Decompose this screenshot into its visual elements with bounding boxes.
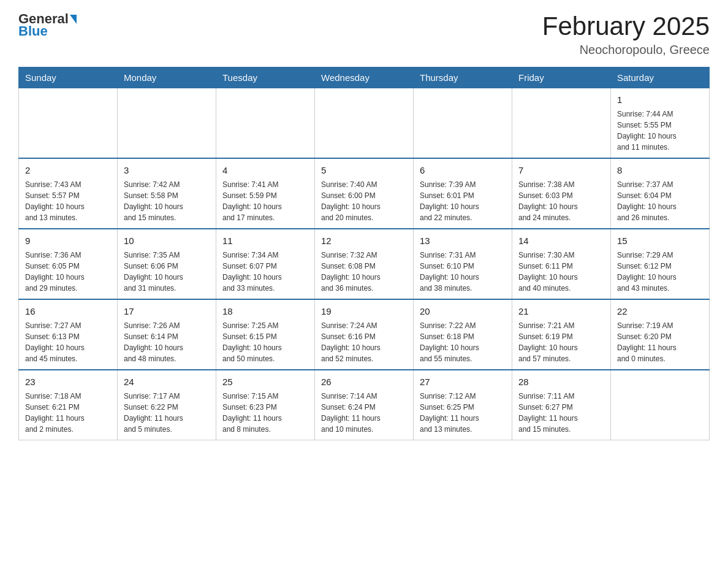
logo: General Blue — [18, 12, 77, 38]
day-info: Sunrise: 7:35 AM Sunset: 6:06 PM Dayligh… — [124, 250, 210, 294]
calendar-cell: 3Sunrise: 7:42 AM Sunset: 5:58 PM Daylig… — [118, 158, 216, 229]
day-number: 11 — [222, 234, 308, 247]
calendar-cell: 18Sunrise: 7:25 AM Sunset: 6:15 PM Dayli… — [216, 299, 315, 370]
calendar-cell: 17Sunrise: 7:26 AM Sunset: 6:14 PM Dayli… — [118, 299, 216, 370]
calendar-cell: 22Sunrise: 7:19 AM Sunset: 6:20 PM Dayli… — [611, 299, 710, 370]
calendar-cell — [118, 88, 216, 159]
day-info: Sunrise: 7:27 AM Sunset: 6:13 PM Dayligh… — [25, 320, 111, 364]
day-info: Sunrise: 7:26 AM Sunset: 6:14 PM Dayligh… — [124, 320, 210, 364]
day-info: Sunrise: 7:18 AM Sunset: 6:21 PM Dayligh… — [25, 391, 111, 435]
calendar-cell: 25Sunrise: 7:15 AM Sunset: 6:23 PM Dayli… — [216, 370, 315, 440]
day-number: 25 — [222, 375, 308, 388]
day-number: 9 — [25, 234, 111, 247]
calendar-cell: 16Sunrise: 7:27 AM Sunset: 6:13 PM Dayli… — [19, 299, 118, 370]
calendar-cell: 6Sunrise: 7:39 AM Sunset: 6:01 PM Daylig… — [414, 158, 512, 229]
calendar-cell: 2Sunrise: 7:43 AM Sunset: 5:57 PM Daylig… — [19, 158, 118, 229]
col-header-wednesday: Wednesday — [315, 67, 414, 88]
day-info: Sunrise: 7:15 AM Sunset: 6:23 PM Dayligh… — [222, 391, 308, 435]
title-area: February 2025 Neochoropoulo, Greece — [542, 12, 710, 57]
day-info: Sunrise: 7:36 AM Sunset: 6:05 PM Dayligh… — [25, 250, 111, 294]
day-number: 18 — [222, 305, 308, 318]
day-info: Sunrise: 7:38 AM Sunset: 6:03 PM Dayligh… — [518, 179, 604, 223]
col-header-monday: Monday — [118, 67, 216, 88]
day-number: 13 — [420, 234, 506, 247]
logo-arrow-icon — [70, 15, 77, 24]
day-number: 10 — [124, 234, 210, 247]
calendar-cell: 23Sunrise: 7:18 AM Sunset: 6:21 PM Dayli… — [19, 370, 118, 440]
calendar-cell: 14Sunrise: 7:30 AM Sunset: 6:11 PM Dayli… — [512, 229, 611, 299]
calendar-cell: 24Sunrise: 7:17 AM Sunset: 6:22 PM Dayli… — [118, 370, 216, 440]
calendar-cell: 13Sunrise: 7:31 AM Sunset: 6:10 PM Dayli… — [414, 229, 512, 299]
day-number: 15 — [617, 234, 703, 247]
day-number: 16 — [25, 305, 111, 318]
calendar-cell: 11Sunrise: 7:34 AM Sunset: 6:07 PM Dayli… — [216, 229, 315, 299]
day-number: 20 — [420, 305, 506, 318]
calendar-cell: 8Sunrise: 7:37 AM Sunset: 6:04 PM Daylig… — [611, 158, 710, 229]
day-number: 3 — [124, 164, 210, 177]
day-number: 28 — [518, 375, 604, 388]
calendar-header-row: SundayMondayTuesdayWednesdayThursdayFrid… — [19, 67, 710, 88]
day-number: 2 — [25, 164, 111, 177]
calendar-cell: 12Sunrise: 7:32 AM Sunset: 6:08 PM Dayli… — [315, 229, 414, 299]
day-number: 7 — [518, 164, 604, 177]
day-info: Sunrise: 7:39 AM Sunset: 6:01 PM Dayligh… — [420, 179, 506, 223]
calendar-cell: 7Sunrise: 7:38 AM Sunset: 6:03 PM Daylig… — [512, 158, 611, 229]
day-info: Sunrise: 7:25 AM Sunset: 6:15 PM Dayligh… — [222, 320, 308, 364]
logo-blue: Blue — [18, 25, 48, 38]
day-info: Sunrise: 7:40 AM Sunset: 6:00 PM Dayligh… — [321, 179, 407, 223]
day-info: Sunrise: 7:11 AM Sunset: 6:27 PM Dayligh… — [518, 391, 604, 435]
calendar-cell — [414, 88, 512, 159]
day-number: 8 — [617, 164, 703, 177]
calendar-cell: 26Sunrise: 7:14 AM Sunset: 6:24 PM Dayli… — [315, 370, 414, 440]
day-number: 22 — [617, 305, 703, 318]
day-info: Sunrise: 7:32 AM Sunset: 6:08 PM Dayligh… — [321, 250, 407, 294]
col-header-tuesday: Tuesday — [216, 67, 315, 88]
day-info: Sunrise: 7:30 AM Sunset: 6:11 PM Dayligh… — [518, 250, 604, 294]
col-header-saturday: Saturday — [611, 67, 710, 88]
week-row-5: 23Sunrise: 7:18 AM Sunset: 6:21 PM Dayli… — [19, 370, 710, 440]
calendar-cell — [512, 88, 611, 159]
location: Neochoropoulo, Greece — [542, 43, 710, 57]
calendar-cell: 20Sunrise: 7:22 AM Sunset: 6:18 PM Dayli… — [414, 299, 512, 370]
calendar-cell: 28Sunrise: 7:11 AM Sunset: 6:27 PM Dayli… — [512, 370, 611, 440]
calendar-table: SundayMondayTuesdayWednesdayThursdayFrid… — [18, 67, 710, 440]
day-info: Sunrise: 7:22 AM Sunset: 6:18 PM Dayligh… — [420, 320, 506, 364]
day-number: 6 — [420, 164, 506, 177]
col-header-thursday: Thursday — [414, 67, 512, 88]
day-number: 12 — [321, 234, 407, 247]
calendar-cell: 27Sunrise: 7:12 AM Sunset: 6:25 PM Dayli… — [414, 370, 512, 440]
day-info: Sunrise: 7:43 AM Sunset: 5:57 PM Dayligh… — [25, 179, 111, 223]
day-number: 14 — [518, 234, 604, 247]
calendar-cell: 1Sunrise: 7:44 AM Sunset: 5:55 PM Daylig… — [611, 88, 710, 159]
week-row-2: 2Sunrise: 7:43 AM Sunset: 5:57 PM Daylig… — [19, 158, 710, 229]
day-number: 24 — [124, 375, 210, 388]
day-number: 21 — [518, 305, 604, 318]
day-info: Sunrise: 7:17 AM Sunset: 6:22 PM Dayligh… — [124, 391, 210, 435]
col-header-sunday: Sunday — [19, 67, 118, 88]
day-number: 1 — [617, 93, 703, 106]
calendar-cell — [19, 88, 118, 159]
day-info: Sunrise: 7:12 AM Sunset: 6:25 PM Dayligh… — [420, 391, 506, 435]
calendar-cell — [611, 370, 710, 440]
week-row-3: 9Sunrise: 7:36 AM Sunset: 6:05 PM Daylig… — [19, 229, 710, 299]
calendar-cell: 5Sunrise: 7:40 AM Sunset: 6:00 PM Daylig… — [315, 158, 414, 229]
day-info: Sunrise: 7:41 AM Sunset: 5:59 PM Dayligh… — [222, 179, 308, 223]
week-row-1: 1Sunrise: 7:44 AM Sunset: 5:55 PM Daylig… — [19, 88, 710, 159]
day-info: Sunrise: 7:37 AM Sunset: 6:04 PM Dayligh… — [617, 179, 703, 223]
calendar-cell: 15Sunrise: 7:29 AM Sunset: 6:12 PM Dayli… — [611, 229, 710, 299]
day-info: Sunrise: 7:31 AM Sunset: 6:10 PM Dayligh… — [420, 250, 506, 294]
col-header-friday: Friday — [512, 67, 611, 88]
day-info: Sunrise: 7:14 AM Sunset: 6:24 PM Dayligh… — [321, 391, 407, 435]
day-info: Sunrise: 7:21 AM Sunset: 6:19 PM Dayligh… — [518, 320, 604, 364]
calendar-cell: 10Sunrise: 7:35 AM Sunset: 6:06 PM Dayli… — [118, 229, 216, 299]
week-row-4: 16Sunrise: 7:27 AM Sunset: 6:13 PM Dayli… — [19, 299, 710, 370]
day-info: Sunrise: 7:29 AM Sunset: 6:12 PM Dayligh… — [617, 250, 703, 294]
calendar-cell: 19Sunrise: 7:24 AM Sunset: 6:16 PM Dayli… — [315, 299, 414, 370]
day-number: 23 — [25, 375, 111, 388]
day-number: 26 — [321, 375, 407, 388]
calendar-cell — [315, 88, 414, 159]
day-number: 4 — [222, 164, 308, 177]
day-number: 17 — [124, 305, 210, 318]
page-header: General Blue February 2025 Neochoropoulo… — [18, 12, 710, 57]
day-info: Sunrise: 7:19 AM Sunset: 6:20 PM Dayligh… — [617, 320, 703, 364]
